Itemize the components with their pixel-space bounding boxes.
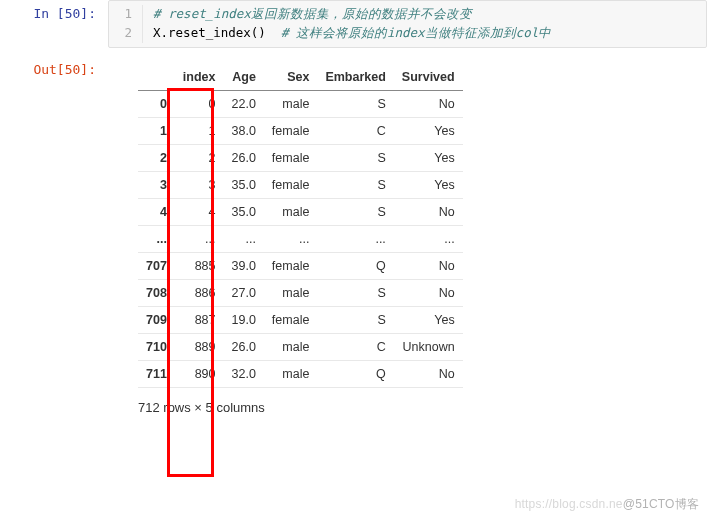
row-index: 709: [138, 306, 175, 333]
code-text: X.reset_index(): [153, 25, 281, 40]
row-index: 711: [138, 360, 175, 387]
cell: female: [264, 306, 318, 333]
line-number: 1: [109, 5, 132, 24]
cell: S: [317, 144, 393, 171]
cell: Yes: [394, 306, 463, 333]
row-index: 707: [138, 252, 175, 279]
col-header: Survived: [394, 64, 463, 91]
cell: 26.0: [224, 144, 264, 171]
table-header-row: index Age Sex Embarked Survived: [138, 64, 463, 91]
cell: male: [264, 333, 318, 360]
cell: 32.0: [224, 360, 264, 387]
cell: 27.0: [224, 279, 264, 306]
cell: 38.0: [224, 117, 264, 144]
cell: 4: [175, 198, 224, 225]
cell: male: [264, 279, 318, 306]
cell: S: [317, 279, 393, 306]
cell: 19.0: [224, 306, 264, 333]
cell: 35.0: [224, 198, 264, 225]
cell: No: [394, 279, 463, 306]
code-content: # reset_index返回新数据集，原始的数据并不会改变 X.reset_i…: [143, 5, 551, 43]
line-number-gutter: 1 2: [109, 5, 143, 43]
row-index: 710: [138, 333, 175, 360]
code-cell[interactable]: 1 2 # reset_index返回新数据集，原始的数据并不会改变 X.res…: [108, 0, 707, 48]
code-comment: # reset_index返回新数据集，原始的数据并不会改变: [153, 6, 472, 21]
cell: Unknown: [394, 333, 463, 360]
input-cell: In [50]: 1 2 # reset_index返回新数据集，原始的数据并不…: [0, 0, 707, 48]
col-header: Embarked: [317, 64, 393, 91]
cell: S: [317, 198, 393, 225]
cell: C: [317, 117, 393, 144]
cell: female: [264, 171, 318, 198]
cell: Yes: [394, 171, 463, 198]
line-number: 2: [109, 24, 132, 43]
cell: male: [264, 360, 318, 387]
cell: ...: [394, 225, 463, 252]
table-row: ..................: [138, 225, 463, 252]
cell: ...: [175, 225, 224, 252]
row-index: 2: [138, 144, 175, 171]
row-index: 0: [138, 90, 175, 117]
output-area: index Age Sex Embarked Survived 0022.0ma…: [108, 56, 463, 415]
watermark-text: @51CTO博客: [623, 497, 699, 511]
output-cell: Out[50]: index Age Sex Embarked Survived…: [0, 56, 707, 415]
blank-corner: [138, 64, 175, 91]
table-row: 71088926.0maleCUnknown: [138, 333, 463, 360]
cell: 890: [175, 360, 224, 387]
cell: female: [264, 144, 318, 171]
cell: 39.0: [224, 252, 264, 279]
code-comment: # 这样会将原始的index当做特征添加到col中: [281, 25, 551, 40]
watermark-faint: https://blog.csdn.ne: [515, 497, 623, 511]
dataframe-shape-note: 712 rows × 5 columns: [138, 388, 463, 415]
table-row: 70788539.0femaleQNo: [138, 252, 463, 279]
row-index: ...: [138, 225, 175, 252]
cell: 886: [175, 279, 224, 306]
cell: 885: [175, 252, 224, 279]
table-row: 3335.0femaleSYes: [138, 171, 463, 198]
row-index: 4: [138, 198, 175, 225]
cell: No: [394, 90, 463, 117]
cell: ...: [264, 225, 318, 252]
dataframe-table: index Age Sex Embarked Survived 0022.0ma…: [138, 64, 463, 388]
cell: 0: [175, 90, 224, 117]
row-index: 708: [138, 279, 175, 306]
cell: female: [264, 252, 318, 279]
cell: No: [394, 252, 463, 279]
cell: 889: [175, 333, 224, 360]
cell: Q: [317, 252, 393, 279]
col-header: Sex: [264, 64, 318, 91]
cell: 3: [175, 171, 224, 198]
cell: 22.0: [224, 90, 264, 117]
row-index: 3: [138, 171, 175, 198]
cell: 887: [175, 306, 224, 333]
table-row: 2226.0femaleSYes: [138, 144, 463, 171]
cell: male: [264, 90, 318, 117]
table-row: 0022.0maleSNo: [138, 90, 463, 117]
cell: ...: [224, 225, 264, 252]
cell: male: [264, 198, 318, 225]
cell: 35.0: [224, 171, 264, 198]
in-prompt: In [50]:: [0, 0, 108, 21]
table-row: 4435.0maleSNo: [138, 198, 463, 225]
cell: 2: [175, 144, 224, 171]
watermark: https://blog.csdn.ne@51CTO博客: [515, 496, 699, 513]
cell: ...: [317, 225, 393, 252]
cell: No: [394, 198, 463, 225]
out-prompt: Out[50]:: [0, 56, 108, 77]
col-header: index: [175, 64, 224, 91]
table-row: 70888627.0maleSNo: [138, 279, 463, 306]
cell: S: [317, 306, 393, 333]
cell: Q: [317, 360, 393, 387]
table-row: 1138.0femaleCYes: [138, 117, 463, 144]
col-header: Age: [224, 64, 264, 91]
cell: C: [317, 333, 393, 360]
cell: Yes: [394, 117, 463, 144]
table-row: 70988719.0femaleSYes: [138, 306, 463, 333]
cell: No: [394, 360, 463, 387]
cell: female: [264, 117, 318, 144]
table-row: 71189032.0maleQNo: [138, 360, 463, 387]
cell: 26.0: [224, 333, 264, 360]
cell: S: [317, 171, 393, 198]
cell: 1: [175, 117, 224, 144]
row-index: 1: [138, 117, 175, 144]
